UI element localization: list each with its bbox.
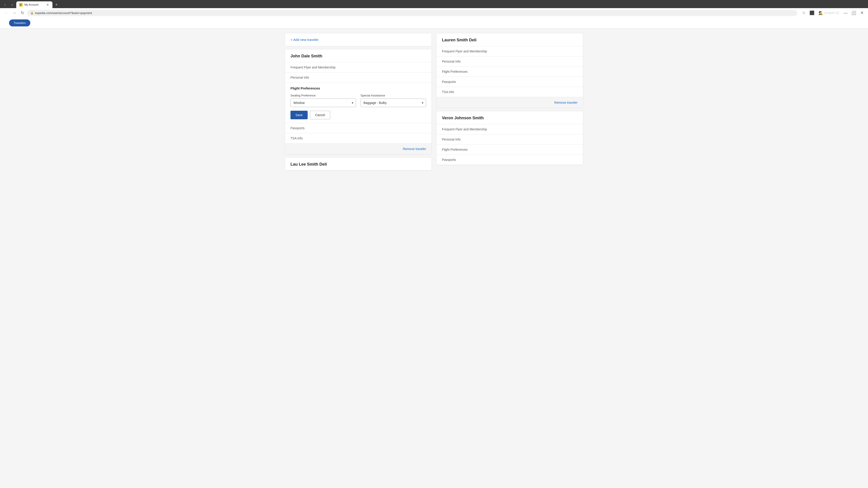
traveler-header-lauren: Lauren Smith Deli: [436, 33, 583, 46]
forward-button[interactable]: ›: [9, 2, 16, 8]
forward-nav-button[interactable]: →: [11, 9, 18, 16]
assistance-pref-label: Special Assistance: [361, 94, 426, 97]
add-traveler-card: + Add new traveler: [285, 33, 432, 46]
seating-pref-group: Seating Preference Window Aisle Middle N…: [290, 94, 356, 107]
assistance-select-wrapper: Baggage - Bulky Wheelchair None Other: [361, 98, 426, 107]
top-nav-bar: Travelers: [0, 18, 868, 29]
flight-prefs-section-lauren[interactable]: Flight Preferences: [436, 67, 583, 77]
back-button[interactable]: ‹: [2, 2, 8, 8]
remove-traveler-row-lauren: Remove traveler: [436, 97, 583, 108]
tsa-info-section-lauren[interactable]: TSA Info: [436, 87, 583, 97]
incognito-label: Incognito (2): [824, 11, 839, 14]
traveler-name-lau-lee: Lau Lee Smith Deli: [290, 162, 327, 166]
traveler-card-lauren: Lauren Smith Deli Frequent Flyer and Mem…: [436, 33, 583, 108]
address-bar[interactable]: 🔒 expedia.com/user/account/?&selc=paymen…: [27, 10, 797, 16]
assistance-pref-group: Special Assistance Baggage - Bulky Wheel…: [361, 94, 426, 107]
add-traveler-link[interactable]: + Add new traveler: [290, 38, 319, 41]
passports-section-lauren[interactable]: Passports: [436, 77, 583, 87]
traveler-card-john: John Dale Smith Frequent Flyer and Membe…: [285, 49, 432, 155]
lock-icon: 🔒: [30, 11, 34, 14]
traveler-card-lau-lee: Lau Lee Smith Deli: [285, 157, 432, 171]
close-window-button[interactable]: ✕: [859, 9, 865, 16]
flight-prefs-section-veron[interactable]: Flight Preferences: [436, 144, 583, 155]
save-button-john[interactable]: Save: [290, 111, 308, 119]
tab-favicon: E: [19, 3, 23, 6]
bookmark-button[interactable]: ☆: [800, 9, 807, 16]
seating-select-wrapper: Window Aisle Middle No Preference: [290, 98, 356, 107]
flight-prefs-section-john: Flight Preferences Seating Preference Wi…: [285, 83, 432, 123]
tab-close-button[interactable]: ✕: [46, 3, 50, 7]
prefs-row-john: Seating Preference Window Aisle Middle N…: [290, 94, 426, 107]
traveler-card-veron: Veron Johnson Smith Frequent Flyer and M…: [436, 111, 583, 165]
assistance-select[interactable]: Baggage - Bulky Wheelchair None Other: [361, 98, 426, 107]
active-tab: E My Account ✕: [16, 1, 53, 8]
remove-traveler-row-john: Remove traveler: [285, 143, 432, 154]
traveler-name-veron: Veron Johnson Smith: [442, 116, 484, 120]
seating-select[interactable]: Window Aisle Middle No Preference: [290, 98, 356, 107]
personal-info-section-john[interactable]: Personal Info: [285, 72, 432, 83]
cancel-button-john[interactable]: Cancel: [310, 111, 330, 119]
extensions-button[interactable]: ⬛: [809, 9, 815, 16]
tab-title: My Account: [24, 3, 44, 6]
back-nav-button[interactable]: ←: [3, 9, 9, 16]
action-buttons-john: Save Cancel: [290, 111, 426, 119]
incognito-icon: 🕵️: [818, 11, 823, 15]
new-tab-button[interactable]: +: [53, 2, 60, 8]
minimize-button[interactable]: —: [842, 9, 849, 16]
content-area: + Add new traveler John Dale Smith Frequ…: [276, 33, 592, 171]
personal-info-section-lauren[interactable]: Personal Info: [436, 57, 583, 67]
url-text: expedia.com/user/account/?&selc=payment: [35, 11, 92, 15]
frequent-flyer-section-john[interactable]: Frequent Flyer and Membership: [285, 62, 432, 72]
passports-section-john[interactable]: Passports: [285, 123, 432, 133]
traveler-name-john: John Dale Smith: [290, 54, 322, 58]
left-column: + Add new traveler John Dale Smith Frequ…: [285, 33, 432, 171]
traveler-header-lau-lee: Lau Lee Smith Deli: [285, 158, 432, 170]
page-content: Travelers + Add new traveler John Dale S…: [0, 18, 868, 488]
frequent-flyer-section-veron[interactable]: Frequent Flyer and Membership: [436, 124, 583, 134]
maximize-button[interactable]: ⬜: [850, 9, 857, 16]
passports-section-veron[interactable]: Passports: [436, 155, 583, 165]
travelers-nav-pill[interactable]: Travelers: [9, 20, 30, 26]
tsa-info-section-john[interactable]: TSA Info: [285, 133, 432, 143]
personal-info-section-veron[interactable]: Personal Info: [436, 134, 583, 144]
traveler-header-john: John Dale Smith: [285, 49, 432, 62]
right-column: Lauren Smith Deli Frequent Flyer and Mem…: [436, 33, 583, 171]
traveler-name-lauren: Lauren Smith Deli: [442, 38, 476, 42]
seating-pref-label: Seating Preference: [290, 94, 356, 97]
frequent-flyer-section-lauren[interactable]: Frequent Flyer and Membership: [436, 46, 583, 57]
reload-button[interactable]: ↻: [19, 9, 26, 16]
flight-prefs-title-john: Flight Preferences: [290, 86, 426, 90]
remove-traveler-link-john[interactable]: Remove traveler: [403, 147, 426, 151]
incognito-button[interactable]: 🕵️ Incognito (2): [817, 10, 841, 16]
traveler-header-veron: Veron Johnson Smith: [436, 111, 583, 124]
remove-traveler-link-lauren[interactable]: Remove traveler: [554, 101, 578, 104]
